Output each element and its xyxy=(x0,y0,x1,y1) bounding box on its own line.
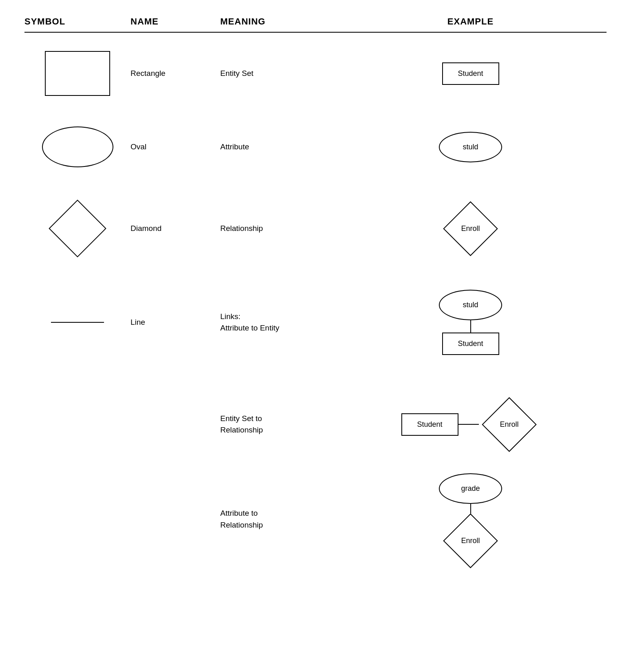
row-rectangle: Rectangle Entity Set Student xyxy=(24,45,607,102)
name-oval: Oval xyxy=(131,142,220,151)
meaning-line-text2: Attribute to Entity xyxy=(220,322,279,334)
row-diamond: Diamond Relationship Enroll xyxy=(24,192,607,265)
entity-rel-diamond-wrapper: Enroll xyxy=(479,400,540,449)
line-ex-rect: Student xyxy=(442,333,499,355)
name-rectangle: Rectangle xyxy=(131,69,220,78)
diamond-shape xyxy=(49,200,106,257)
symbol-rectangle xyxy=(24,47,131,100)
row-entity-set-to-relationship: Entity Set to Relationship Student Enrol… xyxy=(24,392,607,457)
meaning-entity-rel-text2: Relationship xyxy=(220,424,263,436)
attr-rel-diamond-wrapper: Enroll xyxy=(440,516,501,565)
symbol-line xyxy=(24,318,131,327)
meaning-line-text1: Links: xyxy=(220,311,279,323)
attr-rel-oval: grade xyxy=(439,473,502,504)
attr-rel-oval-label: grade xyxy=(461,484,480,493)
header-example: EXAMPLE xyxy=(334,16,607,27)
example-entity-rel: Student Enroll xyxy=(334,400,607,449)
meaning-attr-rel-text1: Attribute to xyxy=(220,508,263,519)
example-oval: stuld xyxy=(334,132,607,162)
entity-rel-rect: Student xyxy=(401,413,458,436)
meaning-oval: Attribute xyxy=(220,142,334,151)
name-line: Line xyxy=(131,318,220,327)
meaning-diamond: Relationship xyxy=(220,224,334,233)
example-oval-shape: stuld xyxy=(439,132,502,162)
line-ex-oval-label: stuld xyxy=(463,301,478,309)
name-diamond: Diamond xyxy=(131,224,220,233)
row-line: Line Links: Attribute to Entity stuld St… xyxy=(24,282,607,363)
entity-rel-diamond-label: Enroll xyxy=(500,420,518,429)
header-symbol: SYMBOL xyxy=(24,16,131,27)
row-oval: Oval Attribute stuld xyxy=(24,118,607,175)
example-rectangle: Student xyxy=(334,62,607,85)
symbol-diamond xyxy=(24,192,131,265)
example-diamond-wrapper: Enroll xyxy=(440,204,501,253)
line-ex-rect-label: Student xyxy=(458,339,483,348)
meaning-attr-rel: Attribute to Relationship xyxy=(220,508,334,531)
header-name: NAME xyxy=(131,16,220,27)
entity-rel-rect-label: Student xyxy=(417,420,442,429)
meaning-attr-rel-text2: Relationship xyxy=(220,519,263,531)
meaning-entity-rel-text1: Entity Set to xyxy=(220,413,263,425)
meaning-line: Links: Attribute to Entity xyxy=(220,311,334,334)
example-diamond-label: Enroll xyxy=(461,224,480,233)
meaning-entity-rel: Entity Set to Relationship xyxy=(220,413,334,436)
line-example-diagram: stuld Student xyxy=(439,290,502,355)
example-diamond: Enroll xyxy=(334,204,607,253)
rectangle-shape xyxy=(45,51,110,96)
row-attribute-to-relationship: Attribute to Relationship grade Enroll xyxy=(24,473,607,565)
example-attr-rel: grade Enroll xyxy=(334,473,607,565)
attr-rel-diagram: grade Enroll xyxy=(439,473,502,565)
example-rect-shape: Student xyxy=(442,62,499,85)
example-line: stuld Student xyxy=(334,290,607,355)
line-ex-oval: stuld xyxy=(439,290,502,320)
attr-rel-diamond-label: Enroll xyxy=(461,537,480,545)
symbol-oval xyxy=(24,122,131,171)
example-oval-label: stuld xyxy=(463,143,478,151)
header-meaning: MEANING xyxy=(220,16,334,27)
oval-shape xyxy=(42,126,113,167)
example-rect-label: Student xyxy=(458,69,483,78)
entity-rel-connector xyxy=(458,424,479,425)
line-shape xyxy=(51,322,104,323)
table-header: SYMBOL NAME MEANING EXAMPLE xyxy=(24,16,607,33)
meaning-rectangle: Entity Set xyxy=(220,69,334,78)
entity-rel-diagram: Student Enroll xyxy=(401,400,540,449)
line-ex-connector xyxy=(470,320,471,333)
